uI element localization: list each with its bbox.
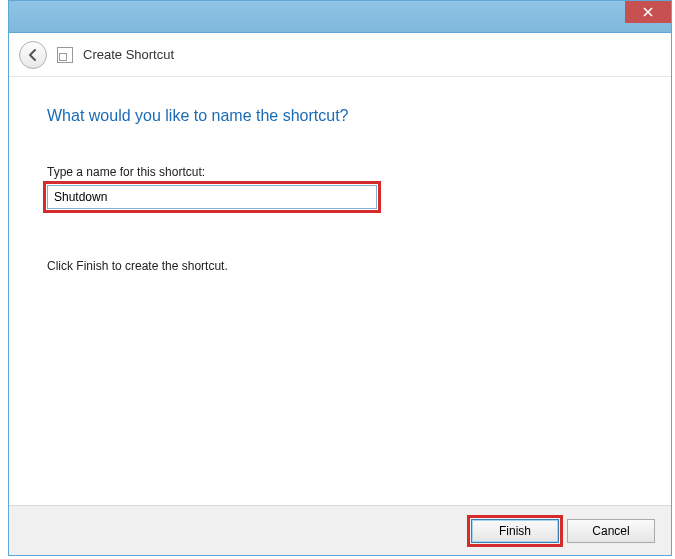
finish-wrap: Finish bbox=[471, 519, 559, 543]
wizard-title: Create Shortcut bbox=[83, 47, 174, 62]
input-label: Type a name for this shortcut: bbox=[47, 165, 633, 179]
content-area: What would you like to name the shortcut… bbox=[9, 77, 671, 505]
arrow-left-icon bbox=[26, 48, 40, 62]
close-button[interactable] bbox=[625, 1, 671, 23]
header-row: Create Shortcut bbox=[9, 33, 671, 77]
shortcut-name-input[interactable] bbox=[47, 185, 377, 209]
instruction-text: Click Finish to create the shortcut. bbox=[47, 259, 633, 273]
finish-button[interactable]: Finish bbox=[471, 519, 559, 543]
button-bar: Finish Cancel bbox=[9, 505, 671, 555]
cancel-button[interactable]: Cancel bbox=[567, 519, 655, 543]
input-wrap bbox=[47, 185, 377, 209]
titlebar[interactable] bbox=[9, 1, 671, 33]
close-icon bbox=[643, 7, 653, 17]
back-button[interactable] bbox=[19, 41, 47, 69]
page-heading: What would you like to name the shortcut… bbox=[47, 107, 633, 125]
window-frame: Create Shortcut What would you like to n… bbox=[8, 0, 672, 556]
shortcut-icon bbox=[57, 47, 73, 63]
